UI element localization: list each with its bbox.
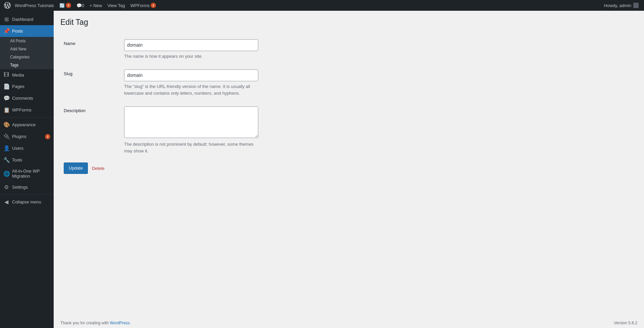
slug-input[interactable] [124,69,258,81]
sidebar-item-pages[interactable]: 📄 Pages [0,81,54,92]
slug-cell: The "slug" is the URL-friendly version o… [121,64,362,101]
slug-row: Slug The "slug" is the URL-friendly vers… [60,64,362,101]
sidebar-item-tags[interactable]: Tags [0,61,54,69]
sidebar-item-all-posts[interactable]: All Posts [0,37,54,45]
description-label: Description [60,101,121,159]
name-label: Name [60,34,121,65]
name-description: The name is how it appears on your site. [124,53,258,60]
delete-link[interactable]: Delete [92,166,105,171]
adminbar-updates[interactable]: 🔄 3 [57,0,74,11]
sidebar-item-dashboard[interactable]: ⊞ Dashboard [0,13,54,25]
adminbar-site-name[interactable]: WordPress Tutorials [12,0,57,11]
footer-wp-link[interactable]: WordPress [110,321,129,325]
menu-separator-2 [0,194,54,195]
slug-description: The "slug" is the URL-friendly version o… [124,83,258,96]
name-input[interactable] [124,39,258,51]
sidebar-item-posts[interactable]: 📌 Posts [0,25,54,37]
pages-icon: 📄 [3,83,9,90]
menu-separator-1 [0,117,54,118]
sidebar-item-plugins[interactable]: 🔌 Plugins 2 [0,131,54,142]
sidebar-item-comments[interactable]: 💬 Comments [0,92,54,104]
dashboard-icon: ⊞ [3,16,9,22]
edit-tag-form: Name The name is how it appears on your … [60,34,362,159]
wp-wrap: ⊞ Dashboard 📌 Posts All Posts Add New Ca… [0,11,644,328]
footer: Thank you for creating with WordPress. V… [54,318,644,328]
form-actions: Update Delete [60,162,362,174]
name-row: Name The name is how it appears on your … [60,34,362,65]
sidebar-item-wpforms[interactable]: 📋 WPForms [0,104,54,116]
page-title: Edit Tag [60,17,362,28]
sidebar-item-users[interactable]: 👤 Users [0,142,54,154]
slug-label: Slug [60,64,121,101]
wpforms-icon: 📋 [3,107,9,113]
wp-logo-button[interactable] [3,0,12,11]
main-content: Edit Tag Name The name is how it appears… [54,11,644,328]
posts-icon: 📌 [3,28,9,34]
settings-icon: ⚙ [3,184,9,190]
sidebar-item-add-new[interactable]: Add New [0,45,54,53]
appearance-icon: 🎨 [3,122,9,128]
admin-bar: WordPress Tutorials 🔄 3 💬 0 + New View T… [0,0,644,11]
sidebar-item-categories[interactable]: Categories [0,53,54,61]
admin-sidebar: ⊞ Dashboard 📌 Posts All Posts Add New Ca… [0,11,54,328]
sidebar-collapse-menu[interactable]: ◀ Collapse menu [0,196,54,208]
adminbar-user-menu[interactable]: Howdy, admin [601,3,641,8]
sidebar-item-settings[interactable]: ⚙ Settings [0,181,54,193]
users-icon: 👤 [3,145,9,151]
media-icon: 🎞 [3,72,9,78]
update-button[interactable]: Update [64,162,88,174]
tools-icon: 🔧 [3,157,9,163]
description-help: The description is not prominent by defa… [124,141,258,154]
adminbar-view-tag[interactable]: View Tag [105,0,127,11]
footer-version: Version 5.8.2 [614,321,637,325]
footer-thanks: Thank you for creating with WordPress. [60,321,131,325]
description-row: Description The description is not promi… [60,101,362,159]
comments-icon: 💬 [3,95,9,101]
description-cell: The description is not prominent by defa… [121,101,362,159]
sidebar-item-media[interactable]: 🎞 Media [0,69,54,81]
content-wrap: Edit Tag Name The name is how it appears… [60,17,362,174]
name-cell: The name is how it appears on your site. [121,34,362,65]
posts-submenu: All Posts Add New Categories Tags [0,37,54,69]
sidebar-item-migration[interactable]: 🌐 All-in-One WP Migration [0,166,54,181]
sidebar-item-tools[interactable]: 🔧 Tools [0,154,54,166]
adminbar-wpforms[interactable]: WPForms 2 [128,0,159,11]
avatar [633,3,639,8]
adminbar-comments[interactable]: 💬 0 [74,0,87,11]
sidebar-item-appearance[interactable]: 🎨 Appearance [0,119,54,131]
collapse-icon: ◀ [3,199,9,205]
plugins-icon: 🔌 [3,133,9,140]
migration-icon: 🌐 [3,171,9,177]
adminbar-new[interactable]: + New [87,0,105,11]
description-textarea[interactable] [124,106,258,138]
